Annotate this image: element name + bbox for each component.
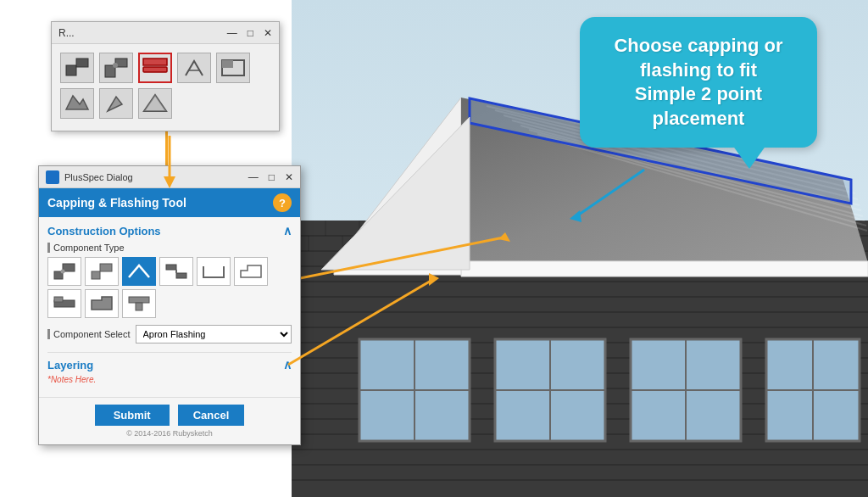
dialog-header-title: Capping & Flashing Tool: [47, 196, 186, 209]
svg-rect-91: [222, 60, 233, 68]
button-row: Submit Cancel: [47, 405, 292, 426]
comp-icon-4[interactable]: [159, 257, 193, 286]
dialog-window-controls: — □ ✕: [248, 171, 293, 183]
comp-icon-3-selected[interactable]: [122, 257, 156, 286]
toolbar-icon-7[interactable]: [99, 88, 133, 119]
callout-line4: placement: [653, 108, 745, 129]
comp-icon-9[interactable]: [122, 289, 156, 318]
comp-icon-5[interactable]: [197, 257, 231, 286]
callout-line2: flashing to fit: [640, 59, 757, 81]
toolbar-icon-5[interactable]: [216, 53, 250, 83]
toolbar-icon-2[interactable]: [99, 53, 133, 83]
toolbar-icon-6[interactable]: [60, 88, 94, 119]
dialog-sketchup-title-text: PlusSpec Dialog: [64, 172, 133, 182]
component-select-label: Component Select: [47, 329, 131, 339]
svg-rect-104: [54, 297, 63, 302]
svg-marker-94: [144, 95, 166, 111]
maximize-btn[interactable]: □: [248, 27, 253, 39]
dialog-window: PlusSpec Dialog — □ ✕ Capping & Flashing…: [38, 165, 301, 445]
sketchup-icon: [46, 170, 59, 184]
help-button[interactable]: ?: [273, 193, 292, 212]
svg-marker-64: [461, 261, 868, 276]
layering-section: Layering ∧ *Notes Here.: [47, 358, 292, 384]
layering-label: Layering ∧: [47, 358, 292, 371]
toolbar-icons-area: [52, 44, 279, 127]
comp-icon-2[interactable]: [85, 257, 119, 286]
construction-options-label: Construction Options: [47, 225, 161, 237]
toolbar-window: R... — □ ✕: [51, 21, 280, 131]
component-select-row: Component Select Apron Flashing Ridge Ca…: [47, 325, 292, 343]
layering-chevron[interactable]: ∧: [283, 358, 292, 371]
svg-rect-83: [76, 59, 88, 67]
dialog-sketchup-title-area: PlusSpec Dialog: [46, 170, 133, 184]
svg-point-86: [113, 63, 118, 68]
dialog-close-btn[interactable]: ✕: [285, 171, 293, 183]
svg-rect-87: [143, 67, 167, 72]
section-divider: [47, 352, 292, 353]
svg-rect-99: [100, 264, 112, 271]
construction-options-chevron[interactable]: ∧: [283, 224, 292, 237]
callout-bubble: Choose capping or flashing to fit Simple…: [580, 17, 817, 148]
toolbar-titlebar: R... — □ ✕: [52, 22, 279, 44]
svg-rect-88: [143, 59, 167, 65]
layering-title: Layering: [47, 359, 93, 371]
construction-options-header: Construction Options ∧: [47, 224, 292, 237]
toolbar-title: R...: [58, 27, 75, 39]
svg-marker-92: [108, 97, 122, 111]
dialog-body: Construction Options ∧ Component Type: [39, 217, 300, 398]
svg-rect-106: [136, 303, 142, 310]
toolbar-icon-8[interactable]: [138, 88, 172, 119]
comp-icon-1[interactable]: [47, 257, 81, 286]
component-type-label: Component Type: [47, 243, 292, 253]
callout-line3: Simple 2 point: [635, 83, 762, 104]
toolbar-icon-4[interactable]: [177, 53, 211, 83]
svg-rect-105: [129, 297, 149, 303]
callout-text: Choose capping or flashing to fit Simple…: [600, 34, 797, 131]
minimize-btn[interactable]: —: [227, 27, 237, 39]
dialog-footer: Submit Cancel © 2014-2016 Rubysketch: [39, 397, 300, 444]
dialog-maximize-btn[interactable]: □: [269, 171, 275, 183]
toolbar-controls: — □ ✕: [227, 27, 272, 39]
toolbar-icon-1[interactable]: [60, 53, 94, 83]
dialog-minimize-btn[interactable]: —: [248, 171, 259, 183]
comp-icon-7[interactable]: [47, 289, 81, 318]
dialog-sketchup-titlebar: PlusSpec Dialog — □ ✕: [39, 166, 300, 188]
callout-line1: Choose capping or: [614, 35, 782, 56]
comp-icon-6[interactable]: [234, 257, 268, 286]
component-select-dropdown[interactable]: Apron Flashing Ridge Capping Hip Capping…: [136, 325, 292, 343]
comp-icon-8[interactable]: [85, 289, 119, 318]
svg-rect-100: [166, 265, 176, 270]
submit-button[interactable]: Submit: [95, 405, 170, 426]
svg-rect-98: [92, 271, 100, 279]
toolbar-icon-3-active[interactable]: [138, 53, 172, 83]
cancel-button[interactable]: Cancel: [178, 405, 245, 426]
component-type-icons: [47, 257, 292, 318]
close-btn[interactable]: ✕: [264, 27, 272, 39]
svg-rect-101: [176, 273, 186, 278]
dialog-header: Capping & Flashing Tool ?: [39, 188, 300, 217]
copyright-text: © 2014-2016 Rubysketch: [47, 429, 292, 438]
svg-point-97: [61, 270, 65, 274]
svg-rect-82: [66, 65, 76, 75]
notes-text: *Notes Here.: [47, 375, 292, 384]
